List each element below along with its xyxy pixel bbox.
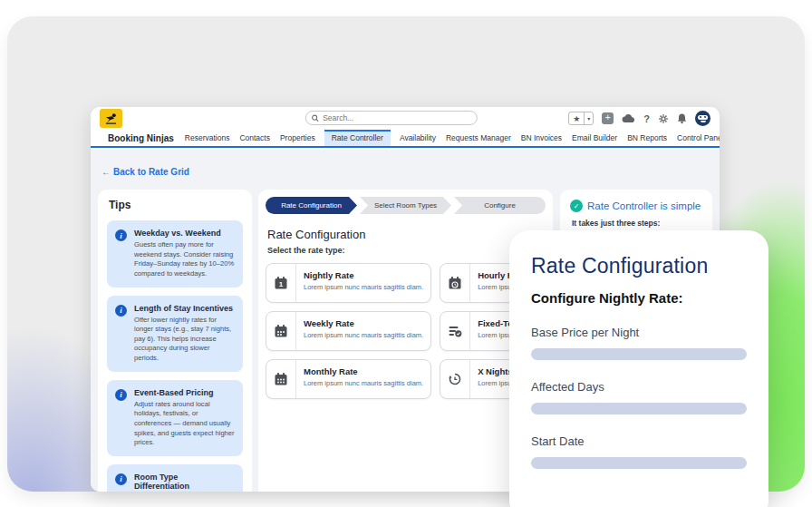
app-header: ★ ▾ + ? <box>91 107 720 130</box>
nav-item-control-panel[interactable]: Control Panel <box>676 133 720 142</box>
global-search <box>305 111 478 125</box>
favorites-control: ★ ▾ <box>568 112 594 125</box>
tip-length-of-stay: i Length of Stay Incentives Offer lower … <box>107 296 243 372</box>
history-clock-icon <box>440 360 470 398</box>
info-icon: i <box>115 389 127 401</box>
tip-title: Weekday vs. Weekend <box>134 229 235 238</box>
add-icon[interactable]: + <box>602 112 614 124</box>
favorites-caret-icon[interactable]: ▾ <box>584 112 593 124</box>
brand-name: Booking Ninjas <box>108 133 174 143</box>
wizard-subheading: Select the rate type: <box>267 246 546 255</box>
svg-text:1: 1 <box>279 280 284 288</box>
ninja-chin <box>701 121 706 123</box>
card-text: Nightly Rate Lorem ipsum nunc mauris sag… <box>296 264 430 302</box>
field-affected-days: Affected Days <box>531 380 747 414</box>
search-icon <box>312 114 319 122</box>
back-link-label: Back to Rate Grid <box>113 167 189 177</box>
tip-event-based-pricing: i Event-Based Pricing Adjust rates aroun… <box>107 380 243 456</box>
overlay-title: Rate Configuration <box>531 254 747 278</box>
setup-cloud-icon[interactable] <box>622 113 635 123</box>
card-text: Weekly Rate Lorem ipsum nunc mauris sagi… <box>296 312 430 350</box>
calendar-clock-icon <box>440 264 470 302</box>
app-nav: Booking Ninjas Reservations Contacts Pro… <box>91 130 720 148</box>
header-actions: ★ ▾ + ? <box>568 111 710 126</box>
card-title: Weekly Rate <box>304 318 423 328</box>
check-circle-icon: ✓ <box>570 200 583 212</box>
calendar-week-icon <box>266 312 296 350</box>
tip-body: Adjust rates around local holidays, fest… <box>134 400 235 448</box>
field-label: Base Price per Night <box>531 326 747 339</box>
card-desc: Lorem ipsum nunc mauris sagittis diam. <box>304 283 423 291</box>
field-label: Start Date <box>531 434 747 448</box>
tip-body: Guests often pay more for weekend stays.… <box>134 240 235 279</box>
search-input[interactable] <box>323 113 471 122</box>
info-panel-title: Rate Controller is simple <box>587 200 701 211</box>
rate-card-nightly[interactable]: 1 Nightly Rate Lorem ipsum nunc mauris s… <box>266 263 431 303</box>
list-check-icon <box>440 312 470 350</box>
rate-card-weekly[interactable]: Weekly Rate Lorem ipsum nunc mauris sagi… <box>266 311 431 351</box>
field-start-date: Start Date <box>531 434 747 469</box>
rate-configuration-overlay: Rate Configuration Configure Nightly Rat… <box>509 230 768 507</box>
back-to-rate-grid-link[interactable]: ← Back to Rate Grid <box>102 167 189 177</box>
start-date-input[interactable] <box>531 457 747 469</box>
card-text: Monthly Rate Lorem ipsum nunc mauris sag… <box>296 360 430 398</box>
favorites-star-icon[interactable]: ★ <box>569 112 584 124</box>
affected-days-input[interactable] <box>531 403 747 414</box>
left-arrow-icon: ← <box>102 167 111 177</box>
card-desc: Lorem ipsum nunc mauris sagittis diam. <box>304 331 423 339</box>
rate-card-monthly[interactable]: Monthly Rate Lorem ipsum nunc mauris sag… <box>266 359 431 399</box>
notifications-bell-icon[interactable] <box>677 112 687 124</box>
card-title: Nightly Rate <box>304 270 423 280</box>
nav-item-bn-reports[interactable]: BN Reports <box>626 133 668 142</box>
rate-type-grid: 1 Nightly Rate Lorem ipsum nunc mauris s… <box>266 263 546 399</box>
field-base-price: Base Price per Night <box>531 326 747 360</box>
tips-title: Tips <box>109 199 243 211</box>
info-icon: i <box>115 305 127 317</box>
settings-gear-icon[interactable] <box>658 113 669 124</box>
nav-item-bn-invoices[interactable]: BN Invoices <box>520 133 563 142</box>
info-icon: i <box>115 229 127 241</box>
card-desc: Lorem ipsum nunc mauris sagittis diam. <box>304 379 423 387</box>
ninja-logo-glyph <box>104 112 118 124</box>
calendar-month-icon <box>266 360 296 398</box>
tip-weekday-vs-weekend: i Weekday vs. Weekend Guests often pay m… <box>107 220 243 288</box>
booking-ninjas-logo <box>100 109 122 128</box>
tip-title: Room Type Differentiation <box>134 473 235 491</box>
info-panel-subtitle: It takes just three steps: <box>572 219 702 228</box>
tip-room-type-differentiation: i Room Type Differentiation Don't price … <box>107 464 243 492</box>
nav-item-contacts[interactable]: Contacts <box>238 133 271 142</box>
wizard-heading: Rate Configuration <box>267 228 546 241</box>
wizard-stepper: Rate Configuration Select Room Types Con… <box>266 197 546 214</box>
info-panel-header: ✓ Rate Controller is simple <box>570 200 702 212</box>
field-label: Affected Days <box>531 380 747 394</box>
user-avatar[interactable] <box>695 111 710 126</box>
nav-item-rate-controller[interactable]: Rate Controller <box>324 130 391 146</box>
nav-item-requests-manager[interactable]: Requests Manager <box>445 133 512 142</box>
tip-title: Event-Based Pricing <box>134 388 235 397</box>
step-select-room-types[interactable]: Select Room Types <box>360 197 451 214</box>
nav-item-reservations[interactable]: Reservations <box>184 133 231 142</box>
card-title: Monthly Rate <box>304 366 423 376</box>
tip-body: Offer lower nightly rates for longer sta… <box>134 316 235 364</box>
overlay-subtitle: Configure Nightly Rate: <box>531 290 747 306</box>
nav-item-email-builder[interactable]: Email Builder <box>571 133 618 142</box>
nav-item-properties[interactable]: Properties <box>279 133 316 142</box>
info-icon: i <box>115 473 127 485</box>
step-configure[interactable]: Configure <box>454 197 546 214</box>
tip-title: Length of Stay Incentives <box>134 304 235 313</box>
base-price-input[interactable] <box>531 348 747 360</box>
step-rate-configuration[interactable]: Rate Configuration <box>266 197 357 214</box>
tips-panel: Tips i Weekday vs. Weekend Guests often … <box>98 190 252 492</box>
help-icon[interactable]: ? <box>643 113 650 124</box>
calendar-day-icon: 1 <box>266 264 296 302</box>
nav-item-availability[interactable]: Availability <box>399 133 437 142</box>
